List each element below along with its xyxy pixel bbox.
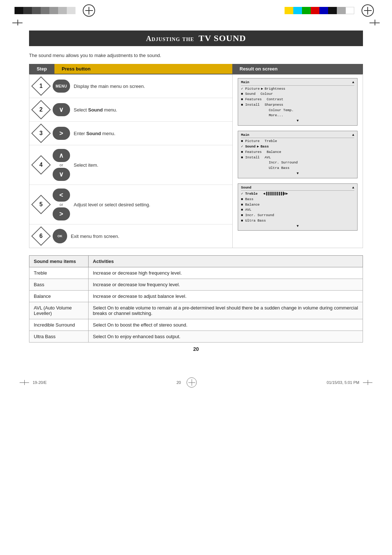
color-chip-green [302,7,311,14]
footer-center: 20 [176,380,181,385]
step-1-number: 1 [33,78,49,94]
page-title-box: Adjusting the TV Sound [29,31,363,46]
table-cell-item: Bass [29,279,89,291]
result-column-header: Result on screen [232,64,363,74]
table-cell-item: Ultra Bass [29,331,89,343]
table-cell-activity: Increase or decrease to adjust balance l… [88,291,363,302]
color-chip-cyan [293,7,302,14]
step-3-button: > [53,127,70,140]
step-2-row: 2 ∨ Select Sound menu. [29,98,232,122]
table-cell-activity: Select On to boost the effect of stereo … [88,319,363,331]
step-3-number: 3 [33,125,49,141]
footer-crosshair [187,377,197,388]
step-2-desc: Select Sound menu. [74,107,232,113]
step-2-number: 2 [33,102,49,118]
subtitle: The sound menu allows you to make adjust… [29,53,363,58]
step-6-button: OK [53,229,67,243]
step-4-desc: Select item. [74,162,232,168]
screen-3: Sound▲ ✓ Treble ◄▐▐▐▐▐▐▐▐▐0► ■ Bass ■ Ba… [238,183,358,231]
step-5-number: 5 [33,197,49,212]
table-cell-item: AVL (Auto Volume Leveller) [29,302,89,319]
color-chip [23,7,32,14]
step-3-row: 3 > Enter Sound menu. [29,122,232,145]
color-chip [49,7,58,14]
step-2-button: ∨ [53,103,70,116]
screen-2: Main▲ ■ Picture Treble ✓ Sound▶Bass ■ Fe… [238,131,358,178]
reg-mark-left [15,20,20,25]
color-chip [15,7,23,14]
color-chip-blue [319,7,328,14]
sound-menu-table: Sound menu items Activities Treble Incre… [29,255,363,343]
step-1-button: MENU [53,80,70,93]
step-5-buttons: < or > [53,189,70,220]
page-title: Adjusting the TV Sound [36,33,356,43]
color-chip [58,7,67,14]
step-column-header: Step [29,64,54,74]
step-3-desc: Enter Sound menu. [74,131,232,136]
color-chip [41,7,49,14]
reg-mark-bottom-left [22,380,27,385]
step-1-row: 1 MENU Display the main menu on screen. [29,74,232,98]
footer-right: 01/15/03, 5:01 PM [327,380,359,385]
reg-mark-right [372,20,377,25]
table-cell-item: Balance [29,291,89,302]
footer: 19-20/E 20 01/15/03, 5:01 PM [0,372,392,393]
step-6-row: 6 OK Exit menu from screen. [29,224,232,248]
step-6-desc: Exit menu from screen. [71,234,232,239]
footer-left: 19-20/E [33,380,47,385]
step-1-desc: Display the main menu on screen. [74,84,232,89]
step-4-number: 4 [33,157,49,173]
table-cell-item: Treble [29,267,89,279]
color-bar-left [15,7,75,14]
table-cell-item: Incredible Surround [29,319,89,331]
color-chip-red [311,7,319,14]
color-chip-yellow [285,7,293,14]
color-chip [67,7,75,14]
crosshair-right [362,4,374,17]
step-5-desc: Adjust level or select desired setting. [74,202,232,207]
step-6-number: 6 [33,228,49,244]
table-cell-activity: Select On to enable volume to remain at … [88,302,363,319]
table-row: Treble Increase or decrease high frequen… [29,267,363,279]
color-chip [32,7,41,14]
press-button-column-header: Press button [54,64,232,74]
table-cell-activity: Select On to enjoy enhanced bass output. [88,331,363,343]
table-cell-activity: Increase or decrease low frequency level… [88,279,363,291]
result-screens: Main▲ ✓ Picture▶Brightness ■ Sound Colou… [238,78,358,234]
table-cell-activity: Increase or decrease high frequency leve… [88,267,363,279]
table-row: Balance Increase or decrease to adjust b… [29,291,363,302]
step-5-row: 5 < or > Adjust level or select desired … [29,185,232,224]
color-chip-black [328,7,337,14]
color-bar-right [285,7,354,14]
table-header-item: Sound menu items [29,256,89,267]
table-row: AVL (Auto Volume Leveller) Select On to … [29,302,363,319]
crosshair-left [83,4,95,17]
table-row: Incredible Surround Select On to boost t… [29,319,363,331]
reg-mark-bottom-right [365,380,370,385]
table-row: Ultra Bass Select On to enjoy enhanced b… [29,331,363,343]
color-chip-white [346,7,354,14]
table-header-activity: Activities [88,256,363,267]
table-row: Bass Increase or decrease low frequency … [29,279,363,291]
color-chip-gray [337,7,346,14]
page-number: 20 [29,346,363,352]
step-4-buttons: ∧ or ∨ [53,149,70,181]
screen-1: Main▲ ✓ Picture▶Brightness ■ Sound Colou… [238,78,358,126]
step-4-row: 4 ∧ or ∨ Select item. [29,145,232,185]
